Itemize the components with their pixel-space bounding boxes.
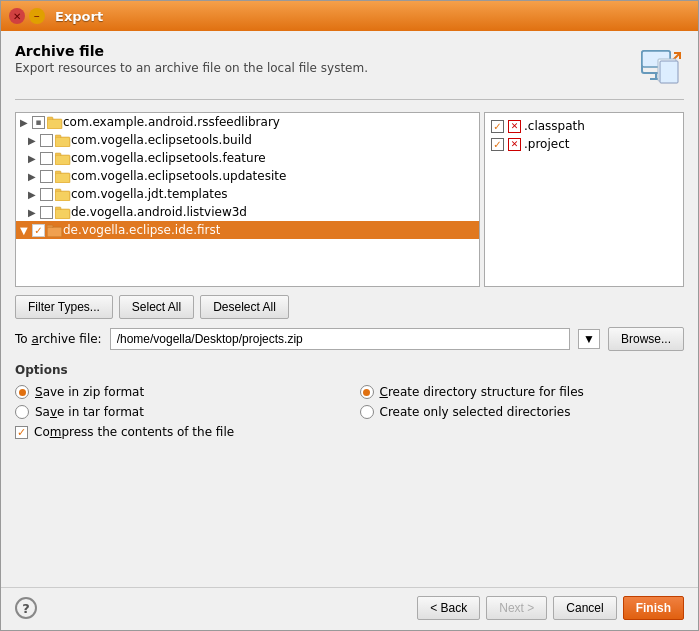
- archive-dropdown-button[interactable]: ▼: [578, 329, 600, 349]
- tree-item-first[interactable]: ▼ ✓ de.vogella.eclipse.ide.first: [16, 221, 479, 239]
- tree-label-feature: com.vogella.eclipsetools.feature: [71, 151, 266, 165]
- tree-label-build: com.vogella.eclipsetools.build: [71, 133, 252, 147]
- tree-item-build[interactable]: ▶ com.vogella.eclipsetools.build: [16, 131, 479, 149]
- tree-item-rss[interactable]: ▶ ▪ com.example.android.rssfeedlibrary: [16, 113, 479, 131]
- dialog-content: Archive file Export resources to an arch…: [1, 31, 698, 587]
- file-label-project: .project: [524, 137, 569, 151]
- tree-item-feature[interactable]: ▶ com.vogella.eclipsetools.feature: [16, 149, 479, 167]
- file-label-classpath: .classpath: [524, 119, 585, 133]
- expand-arrow-listview3d: ▶: [28, 207, 40, 218]
- expand-arrow-feature: ▶: [28, 153, 40, 164]
- folder-icon-templates: [55, 188, 71, 201]
- titlebar: ✕ − Export: [1, 1, 698, 31]
- radio-create-dir-circle[interactable]: [360, 385, 374, 399]
- svg-rect-25: [47, 225, 53, 228]
- svg-rect-17: [56, 174, 69, 182]
- main-panels: ▶ ▪ com.example.android.rssfeedlibrary ▶: [15, 112, 684, 287]
- folder-icon-feature: [55, 152, 71, 165]
- radio-zip[interactable]: Save in zip format: [15, 385, 340, 399]
- radio-zip-circle[interactable]: [15, 385, 29, 399]
- dialog-footer: ? < Back Next > Cancel Finish: [1, 587, 698, 630]
- expand-arrow-build: ▶: [28, 135, 40, 146]
- radio-tar-circle[interactable]: [15, 405, 29, 419]
- check-compress[interactable]: ✓ Compress the contents of the file: [15, 425, 340, 439]
- finish-button[interactable]: Finish: [623, 596, 684, 620]
- tree-label-first: de.vogella.eclipse.ide.first: [63, 223, 220, 237]
- radio-zip-label: Save in zip format: [35, 385, 144, 399]
- file-item-classpath[interactable]: ✓ ✕ .classpath: [489, 117, 679, 135]
- project-tree[interactable]: ▶ ▪ com.example.android.rssfeedlibrary ▶: [15, 112, 480, 287]
- options-section: Options Save in zip format Save in tar f…: [15, 363, 684, 439]
- folder-icon-first: [47, 224, 63, 237]
- check-compress-label: Compress the contents of the file: [34, 425, 234, 439]
- expand-arrow-first: ▼: [20, 225, 32, 236]
- actions-row: Filter Types... Select All Deselect All: [15, 295, 684, 319]
- svg-rect-19: [55, 189, 61, 192]
- svg-rect-10: [55, 135, 61, 138]
- tri-checkbox-updatesite[interactable]: [40, 170, 53, 183]
- tree-item-listview3d[interactable]: ▶ de.vogella.android.listview3d: [16, 203, 479, 221]
- header-divider: [15, 99, 684, 100]
- svg-rect-16: [55, 171, 61, 174]
- radio-create-dir-label: Create directory structure for files: [380, 385, 584, 399]
- expand-arrow-templates: ▶: [28, 189, 40, 200]
- tri-checkbox-rss[interactable]: ▪: [32, 116, 45, 129]
- cancel-button[interactable]: Cancel: [553, 596, 616, 620]
- window-controls: ✕ −: [9, 8, 45, 24]
- folder-icon-build: [55, 134, 71, 147]
- file-x-project: ✕: [508, 138, 521, 151]
- tree-item-updatesite[interactable]: ▶ com.vogella.eclipsetools.updatesite: [16, 167, 479, 185]
- svg-rect-23: [56, 210, 69, 218]
- tri-checkbox-listview3d[interactable]: [40, 206, 53, 219]
- svg-rect-26: [48, 228, 61, 236]
- archive-input[interactable]: [110, 328, 570, 350]
- radio-create-only-label: Create only selected directories: [380, 405, 571, 419]
- header-section: Archive file Export resources to an arch…: [15, 43, 684, 91]
- check-compress-box[interactable]: ✓: [15, 426, 28, 439]
- page-title: Archive file: [15, 43, 368, 59]
- options-grid: Save in zip format Save in tar format ✓ …: [15, 385, 684, 439]
- options-col-1: Save in zip format Save in tar format ✓ …: [15, 385, 340, 439]
- next-button[interactable]: Next >: [486, 596, 547, 620]
- tri-checkbox-templates[interactable]: [40, 188, 53, 201]
- options-col-2: Create directory structure for files Cre…: [360, 385, 685, 439]
- radio-tar[interactable]: Save in tar format: [15, 405, 340, 419]
- tree-item-templates[interactable]: ▶ com.vogella.jdt.templates: [16, 185, 479, 203]
- deselect-all-button[interactable]: Deselect All: [200, 295, 289, 319]
- folder-icon-rss: [47, 116, 63, 129]
- file-x-classpath: ✕: [508, 120, 521, 133]
- tri-checkbox-feature[interactable]: [40, 152, 53, 165]
- radio-create-only[interactable]: Create only selected directories: [360, 405, 685, 419]
- window-title: Export: [55, 9, 103, 24]
- svg-rect-13: [55, 153, 61, 156]
- minimize-button[interactable]: −: [29, 8, 45, 24]
- back-button[interactable]: < Back: [417, 596, 480, 620]
- options-title: Options: [15, 363, 684, 377]
- radio-create-dir[interactable]: Create directory structure for files: [360, 385, 685, 399]
- tri-checkbox-build[interactable]: [40, 134, 53, 147]
- svg-rect-5: [660, 61, 678, 83]
- help-button[interactable]: ?: [15, 597, 37, 619]
- file-checkbox-project[interactable]: ✓: [491, 138, 504, 151]
- folder-icon-listview3d: [55, 206, 71, 219]
- tree-label-updatesite: com.vogella.eclipsetools.updatesite: [71, 169, 286, 183]
- svg-rect-20: [56, 192, 69, 200]
- file-checkbox-classpath[interactable]: ✓: [491, 120, 504, 133]
- file-list[interactable]: ✓ ✕ .classpath ✓ ✕ .project: [484, 112, 684, 287]
- header-icon: [636, 43, 684, 91]
- svg-rect-7: [47, 117, 53, 120]
- tree-label-templates: com.vogella.jdt.templates: [71, 187, 228, 201]
- filter-types-button[interactable]: Filter Types...: [15, 295, 113, 319]
- tree-label-rss: com.example.android.rssfeedlibrary: [63, 115, 280, 129]
- radio-create-only-circle[interactable]: [360, 405, 374, 419]
- select-all-button[interactable]: Select All: [119, 295, 194, 319]
- archive-icon: [638, 45, 682, 89]
- archive-row: To archive file: ▼ Browse...: [15, 327, 684, 351]
- close-button[interactable]: ✕: [9, 8, 25, 24]
- svg-rect-11: [56, 138, 69, 146]
- browse-button[interactable]: Browse...: [608, 327, 684, 351]
- tri-checkbox-first[interactable]: ✓: [32, 224, 45, 237]
- archive-label: To archive file:: [15, 332, 102, 346]
- file-item-project[interactable]: ✓ ✕ .project: [489, 135, 679, 153]
- page-description: Export resources to an archive file on t…: [15, 61, 368, 75]
